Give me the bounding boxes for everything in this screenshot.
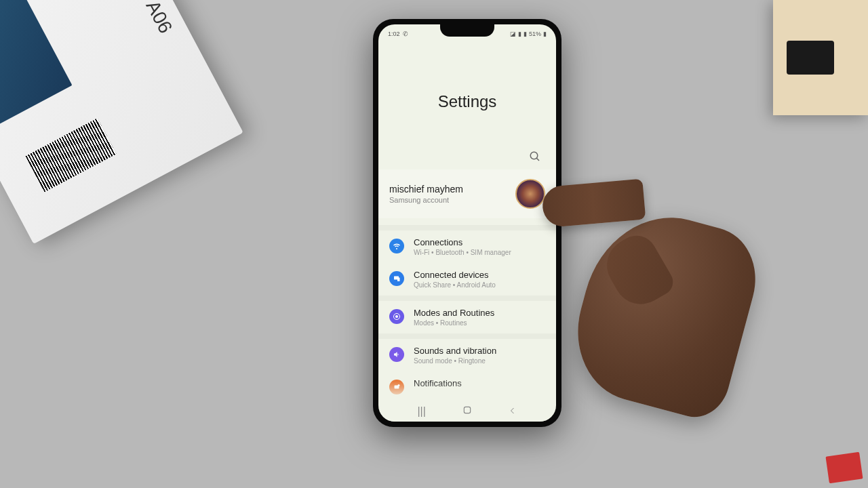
setting-title: Notifications bbox=[414, 378, 545, 388]
devices-icon bbox=[389, 271, 404, 286]
signal-1-icon: ▮ bbox=[518, 30, 521, 37]
search-icon bbox=[529, 150, 541, 163]
phone-screen: 1:02 ✆ ◪ ▮ ▮ 51% ▮ Settings bbox=[378, 24, 556, 422]
svg-rect-8 bbox=[464, 407, 470, 413]
recents-button[interactable]: ||| bbox=[408, 405, 435, 418]
nfc-icon: ◪ bbox=[510, 30, 516, 37]
hand-overlay bbox=[542, 163, 732, 393]
notification-icon bbox=[389, 380, 404, 394]
avatar[interactable] bbox=[515, 179, 545, 209]
barcode bbox=[25, 118, 116, 192]
nav-bar: ||| bbox=[378, 401, 556, 422]
account-name: mischief mayhem bbox=[389, 184, 515, 195]
page-title: Settings bbox=[378, 92, 556, 111]
status-time: 1:02 bbox=[388, 30, 400, 37]
wifi-icon bbox=[389, 239, 404, 253]
setting-sub: Wi-Fi • Bluetooth • SIM manager bbox=[414, 249, 545, 256]
setting-title: Sounds and vibration bbox=[414, 346, 545, 356]
wooden-jig-prop bbox=[773, 0, 868, 115]
svg-rect-3 bbox=[397, 278, 400, 282]
svg-line-1 bbox=[536, 158, 539, 161]
product-box: SAMSUNG Galaxy A06 bbox=[0, 0, 243, 244]
connected-devices-row[interactable]: Connected devices Quick Share • Android … bbox=[378, 263, 556, 296]
svg-point-0 bbox=[530, 152, 538, 159]
sounds-vibration-row[interactable]: Sounds and vibration Sound mode • Ringto… bbox=[378, 339, 556, 371]
sound-icon bbox=[389, 347, 404, 362]
modes-routines-row[interactable]: Modes and Routines Modes • Routines bbox=[378, 301, 556, 333]
setting-sub: Quick Share • Android Auto bbox=[414, 281, 545, 289]
signal-2-icon: ▮ bbox=[524, 30, 527, 37]
setting-sub: Sound mode • Ringtone bbox=[414, 357, 545, 365]
setting-sub: Modes • Routines bbox=[414, 319, 545, 327]
home-button[interactable] bbox=[454, 405, 481, 418]
section-divider bbox=[378, 333, 556, 339]
modes-icon bbox=[389, 309, 404, 324]
settings-header: Settings bbox=[378, 39, 556, 149]
battery-text: 51% bbox=[529, 30, 541, 37]
battery-icon: ▮ bbox=[543, 30, 547, 37]
display-notch bbox=[440, 24, 494, 37]
phone-icon: ✆ bbox=[403, 30, 408, 37]
notifications-row[interactable]: Notifications bbox=[378, 371, 556, 401]
svg-point-4 bbox=[395, 315, 398, 318]
setting-title: Connected devices bbox=[414, 270, 545, 280]
back-button[interactable] bbox=[499, 405, 526, 418]
section-divider bbox=[378, 225, 556, 230]
account-sub: Samsung account bbox=[389, 196, 515, 204]
setting-title: Modes and Routines bbox=[414, 308, 545, 318]
connections-row[interactable]: Connections Wi-Fi • Bluetooth • SIM mana… bbox=[378, 230, 556, 263]
section-divider bbox=[378, 296, 556, 301]
search-button[interactable] bbox=[528, 149, 542, 164]
svg-point-7 bbox=[398, 384, 400, 386]
samsung-account-row[interactable]: mischief mayhem Samsung account bbox=[378, 169, 556, 218]
settings-list: Connections Wi-Fi • Bluetooth • SIM mana… bbox=[378, 230, 556, 401]
setting-title: Connections bbox=[414, 237, 545, 247]
phone-frame: 1:02 ✆ ◪ ▮ ▮ 51% ▮ Settings bbox=[373, 19, 561, 427]
product-name-text: Galaxy A06 bbox=[111, 0, 176, 37]
watermark-logo bbox=[825, 452, 863, 484]
